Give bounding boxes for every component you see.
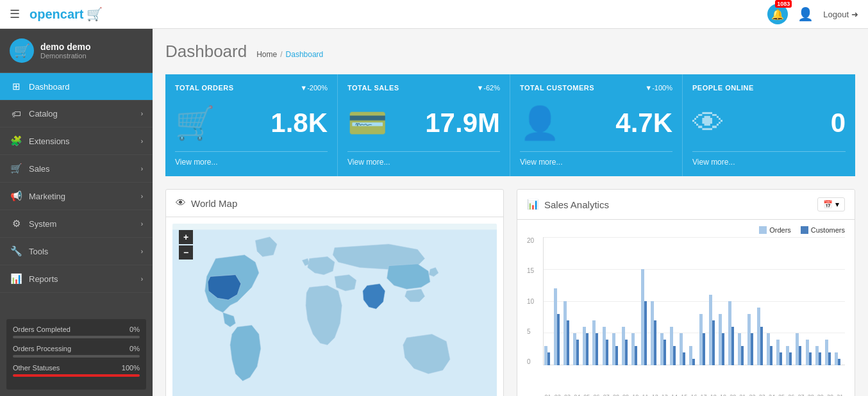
bar-group-11 — [641, 269, 650, 365]
sidebar-item-marketing[interactable]: 📢 Marketing › — [0, 183, 153, 210]
bar-customers-7 — [606, 340, 608, 365]
orders-other-pct: 100% — [122, 364, 140, 372]
people-online-title: PEOPLE ONLINE — [692, 84, 754, 92]
bar-chart-icon: 📊 — [527, 199, 539, 210]
x-label-12: 12 — [650, 393, 660, 396]
sidebar-label-sales: Sales — [29, 164, 50, 174]
bar-group-13 — [660, 333, 669, 365]
logout-icon: ➜ — [851, 10, 858, 19]
x-label-2: 02 — [553, 393, 562, 396]
bar-customers-1 — [547, 352, 550, 365]
chevron-right-icon: › — [141, 220, 143, 227]
calendar-icon: 📅 — [823, 200, 833, 209]
x-label-19: 19 — [718, 393, 728, 396]
analytics-calendar-button[interactable]: 📅 ▾ — [817, 197, 845, 211]
sidebar-nav: ⊞ Dashboard 🏷 Catalog › 🧩 Extensions › — [0, 73, 153, 313]
sidebar-item-extensions[interactable]: 🧩 Extensions › — [0, 128, 153, 155]
sidebar-item-sales[interactable]: 🛒 Sales › — [0, 155, 153, 183]
sidebar-item-tools[interactable]: 🔧 Tools › — [0, 238, 153, 265]
user-icon-button[interactable]: 👤 — [797, 6, 814, 22]
marketing-icon: 📢 — [10, 190, 22, 202]
extensions-icon: 🧩 — [10, 135, 22, 147]
bar-group-24 — [767, 333, 776, 365]
chart-legend: Orders Customers — [527, 226, 845, 234]
notification-button[interactable]: 🔔 1083 — [767, 4, 788, 24]
stats-row: TOTAL ORDERS ▼-200% 🛒 1.8K View more... … — [165, 74, 855, 176]
bar-group-3 — [563, 301, 572, 365]
people-online-link[interactable]: View more... — [692, 158, 735, 167]
total-sales-link[interactable]: View more... — [347, 158, 390, 167]
bar-group-9 — [622, 327, 631, 365]
sidebar-label-marketing: Marketing — [29, 192, 65, 201]
x-label-25: 25 — [777, 393, 787, 396]
bar-group-4 — [573, 333, 582, 365]
bar-group-12 — [651, 301, 660, 365]
stat-card-total-orders: TOTAL ORDERS ▼-200% 🛒 1.8K View more... — [165, 74, 338, 176]
bar-group-19 — [719, 314, 728, 365]
total-orders-value: 1.8K — [271, 108, 328, 138]
bar-group-27 — [796, 333, 805, 365]
breadcrumb-home[interactable]: Home — [256, 50, 277, 59]
bar-customers-23 — [760, 327, 763, 365]
x-label-16: 16 — [689, 393, 699, 396]
bar-customers-9 — [625, 340, 628, 365]
bar-customers-31 — [838, 359, 840, 365]
bar-customers-27 — [799, 346, 801, 365]
bar-group-7 — [603, 327, 612, 365]
x-label-15: 15 — [680, 393, 689, 396]
bar-customers-26 — [789, 352, 792, 365]
bar-customers-25 — [780, 352, 782, 365]
orders-processing-bar — [13, 355, 140, 358]
sidebar-user: 🛒 demo demo Demonstration — [0, 29, 153, 73]
map-zoom-out-button[interactable]: − — [179, 245, 193, 260]
breadcrumb: Home / Dashboard — [256, 50, 323, 59]
total-customers-link[interactable]: View more... — [520, 158, 562, 167]
tools-icon: 🔧 — [10, 245, 22, 257]
bar-group-26 — [786, 346, 795, 365]
hamburger-icon[interactable]: ☰ — [10, 7, 20, 21]
x-label-22: 22 — [747, 393, 757, 396]
sidebar-label-system: System — [29, 219, 56, 229]
bar-group-31 — [835, 352, 844, 365]
x-label-6: 06 — [592, 393, 601, 396]
bar-group-8 — [612, 333, 621, 365]
sidebar-item-system[interactable]: ⚙ System › — [0, 210, 153, 238]
top-nav: ☰ opencart 🛒 🔔 1083 👤 Logout ➜ — [0, 0, 868, 29]
sidebar-username: demo demo — [40, 42, 91, 52]
sidebar-item-reports[interactable]: 📊 Reports › — [0, 265, 153, 293]
sidebar-item-dashboard[interactable]: ⊞ Dashboard — [0, 73, 153, 101]
x-label-9: 09 — [621, 393, 631, 396]
x-label-20: 20 — [728, 393, 738, 396]
x-label-27: 27 — [796, 393, 806, 396]
cart-avatar-icon: 🛒 — [14, 43, 30, 58]
bar-customers-8 — [615, 346, 618, 365]
chevron-right-icon: › — [141, 165, 143, 172]
total-customers-trend: ▼-100% — [645, 84, 672, 92]
y-label-5: 5 — [527, 328, 534, 335]
x-label-23: 23 — [757, 393, 767, 396]
bar-group-6 — [592, 320, 601, 365]
logout-button[interactable]: Logout ➜ — [823, 10, 858, 19]
bar-customers-10 — [635, 346, 637, 365]
bar-customers-20 — [731, 327, 734, 365]
breadcrumb-current[interactable]: Dashboard — [286, 50, 324, 59]
bar-customers-3 — [567, 320, 569, 365]
bar-customers-15 — [683, 352, 685, 365]
bar-group-1 — [544, 346, 553, 365]
orders-processing-pct: 0% — [129, 345, 140, 352]
sales-icon: 🛒 — [10, 163, 22, 174]
world-map-panel: 👁 World Map + − — [165, 189, 504, 396]
map-zoom-in-button[interactable]: + — [179, 230, 193, 244]
bar-customers-4 — [576, 340, 579, 365]
bar-customers-19 — [722, 333, 724, 365]
x-label-10: 10 — [631, 393, 640, 396]
reports-icon: 📊 — [10, 273, 22, 285]
sidebar-item-catalog[interactable]: 🏷 Catalog › — [0, 101, 153, 128]
y-axis: 20 15 10 5 0 — [527, 237, 534, 365]
sidebar-label-extensions: Extensions — [29, 136, 70, 146]
total-customers-title: TOTAL CUSTOMERS — [520, 84, 594, 92]
dropdown-icon: ▾ — [835, 200, 839, 209]
x-label-13: 13 — [660, 393, 669, 396]
x-label-29: 29 — [815, 393, 825, 396]
total-orders-link[interactable]: View more... — [175, 158, 217, 167]
